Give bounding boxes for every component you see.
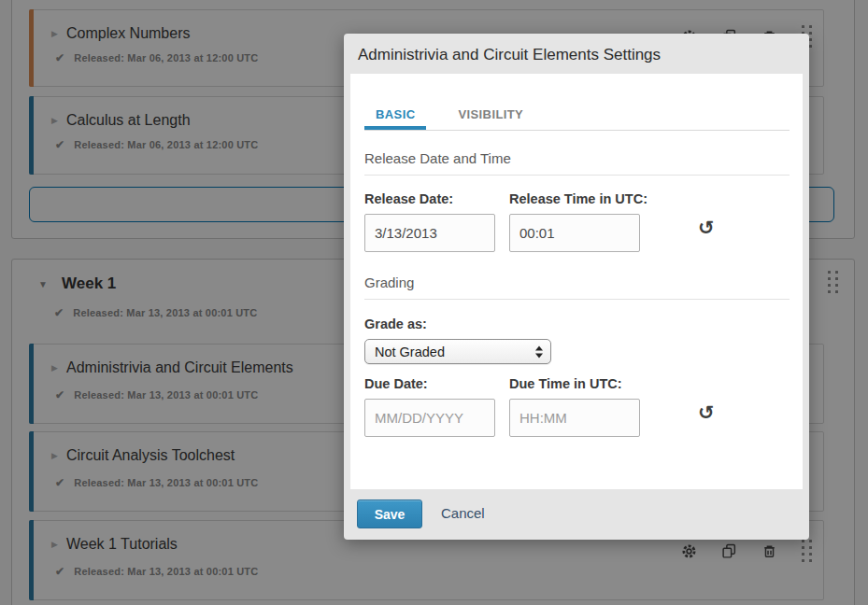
release-date-input[interactable]: [364, 214, 495, 252]
release-time-input[interactable]: [509, 214, 640, 252]
modal-body: BASIC VISIBILITY Release Date and Time R…: [350, 74, 803, 489]
select-arrows-icon: [535, 345, 543, 358]
grade-as-label: Grade as:: [364, 317, 790, 331]
reset-release-icon[interactable]: ↺: [698, 218, 715, 238]
tab-basic[interactable]: BASIC: [364, 107, 426, 130]
modal-title: Administrivia and Circuit Elements Setti…: [344, 34, 809, 64]
grade-as-value: Not Graded: [375, 345, 445, 359]
due-time-input[interactable]: [509, 399, 640, 437]
tab-visibility[interactable]: VISIBILITY: [447, 107, 534, 130]
grade-as-select[interactable]: Not Graded: [364, 339, 551, 364]
release-date-label: Release Date:: [364, 191, 509, 206]
due-time-label: Due Time in UTC:: [509, 376, 654, 391]
grading-section-heading: Grading: [364, 274, 790, 300]
settings-modal: Administrivia and Circuit Elements Setti…: [344, 34, 809, 540]
modal-tabs: BASIC VISIBILITY: [364, 107, 790, 131]
cancel-link[interactable]: Cancel: [441, 505, 485, 521]
due-date-input[interactable]: [364, 399, 495, 437]
release-time-label: Release Time in UTC:: [509, 191, 654, 206]
release-section-heading: Release Date and Time: [364, 150, 790, 176]
reset-due-icon[interactable]: ↺: [698, 403, 715, 423]
save-button[interactable]: Save: [357, 499, 422, 528]
modal-footer: Save Cancel: [344, 489, 809, 540]
due-date-label: Due Date:: [364, 376, 509, 391]
